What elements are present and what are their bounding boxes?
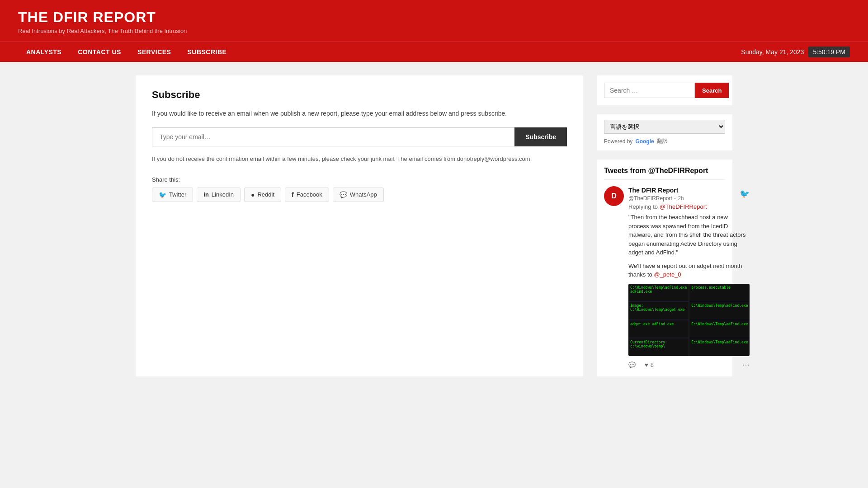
- tweet-replying: Replying to @TheDFIRReport: [628, 203, 750, 210]
- share-whatsapp[interactable]: 💬 WhatsApp: [333, 188, 384, 202]
- tweet-avatar: D: [604, 186, 624, 206]
- subscribe-button[interactable]: Subscribe: [514, 127, 567, 146]
- tweet-img-left: C:\Windows\Temp\adFind.exe adFind.exe Im…: [628, 284, 689, 356]
- nav-services[interactable]: SERVICES: [129, 42, 179, 62]
- share-facebook[interactable]: f Facebook: [285, 188, 329, 202]
- tweet-text-secondary: We'll have a report out on adget next mo…: [628, 262, 750, 279]
- page-heading: Subscribe: [152, 89, 567, 101]
- tweet-more-action[interactable]: ⋯: [742, 361, 750, 369]
- whatsapp-icon: 💬: [340, 191, 347, 198]
- nav-time: 5:50:19 PM: [808, 47, 850, 57]
- tweet-mention[interactable]: @_pete_0: [654, 271, 681, 278]
- translate-select[interactable]: 言語を選択 English 日本語 Español Français Deuts…: [604, 120, 725, 134]
- linkedin-icon: in: [203, 191, 209, 198]
- confirm-note: If you do not receive the confirmation e…: [152, 155, 567, 164]
- tweet-item: D The DFIR Report @TheDFIRReport · 2h 🐦 …: [604, 186, 725, 369]
- share-linkedin[interactable]: in LinkedIn: [197, 188, 241, 202]
- tweet-img-row-6: C:\Windows\Temp\adFind.exe: [689, 302, 750, 319]
- main-content: Subscribe If you would like to receive a…: [136, 75, 583, 376]
- tweet-img-row-1: C:\Windows\Temp\adFind.exe adFind.exe: [628, 284, 689, 301]
- tweet-author-name: The DFIR Report: [628, 187, 678, 194]
- tweet-actions: 💬 ♥ 8 ⋯: [628, 361, 750, 369]
- powered-by-text: Powered by: [604, 138, 632, 145]
- tweet-img-row-7: C:\Windows\Temp\adFind.exe: [689, 320, 750, 338]
- tweet-text-main: "Then from the beachhead host a new proc…: [628, 213, 750, 257]
- search-input[interactable]: [604, 83, 695, 98]
- translate-widget: 言語を選択 English 日本語 Español Français Deuts…: [597, 114, 732, 150]
- share-twitter[interactable]: 🐦 Twitter: [152, 188, 193, 202]
- site-header: THE DFIR REPORT Real Intrusions by Real …: [0, 0, 868, 42]
- sidebar: Search 言語を選択 English 日本語 Español Françai…: [597, 75, 732, 376]
- tweet-author-info: The DFIR Report @TheDFIRReport · 2h: [628, 186, 684, 202]
- twitter-bird-icon: 🐦: [740, 189, 750, 199]
- powered-by: Powered by Google 翻訳: [604, 137, 725, 145]
- site-tagline: Real Intrusions by Real Attackers, The T…: [18, 28, 850, 34]
- share-facebook-label: Facebook: [297, 191, 322, 198]
- tweet-like-count: 8: [651, 361, 654, 368]
- share-reddit[interactable]: ● Reddit: [244, 188, 281, 202]
- search-button[interactable]: Search: [695, 83, 729, 98]
- facebook-icon: f: [292, 191, 294, 198]
- nav-subscribe[interactable]: SUBSCRIBE: [179, 42, 235, 62]
- subscribe-form: Subscribe: [152, 127, 567, 146]
- google-logo: Google: [635, 138, 654, 145]
- tweet-body: The DFIR Report @TheDFIRReport · 2h 🐦 Re…: [628, 186, 750, 369]
- page-wrapper: Subscribe If you would like to receive a…: [118, 75, 750, 376]
- tweet-img-row-2: Image: C:\Windows\Temp\adget.exe: [628, 302, 689, 319]
- share-twitter-label: Twitter: [169, 191, 186, 198]
- tweet-header: The DFIR Report @TheDFIRReport · 2h 🐦: [628, 186, 750, 202]
- share-label: Share this:: [152, 176, 567, 183]
- tweet-img-row-4: CurrentDirectory: c:\windows\temp\: [628, 338, 689, 356]
- share-reddit-label: Reddit: [257, 191, 274, 198]
- reply-icon: 💬: [628, 361, 636, 368]
- nav-right: Sunday, May 21, 2023 5:50:19 PM: [741, 47, 850, 57]
- email-input[interactable]: [152, 127, 514, 146]
- translate-label: 翻訳: [657, 137, 668, 145]
- tweet-image: C:\Windows\Temp\adFind.exe adFind.exe Im…: [628, 284, 750, 356]
- subscribe-description: If you would like to receive an email wh…: [152, 109, 567, 118]
- search-form: Search: [604, 83, 725, 98]
- tweet-like-action[interactable]: ♥ 8: [645, 361, 654, 368]
- reddit-icon: ●: [251, 191, 255, 198]
- twitter-icon: 🐦: [159, 191, 166, 198]
- nav-contact[interactable]: CONTACT US: [70, 42, 129, 62]
- tweet-time: 2h: [678, 195, 684, 202]
- twitter-feed-title: Tweets from @TheDFIRReport: [604, 167, 725, 180]
- tweet-img-row-3: adget.exe adFind.exe: [628, 320, 689, 338]
- tweet-img-row-8: C:\Windows\Temp\adFind.exe: [689, 338, 750, 356]
- twitter-widget: Tweets from @TheDFIRReport D The DFIR Re…: [597, 160, 732, 376]
- tweet-img-right: process.executable C:\Windows\Temp\adFin…: [689, 284, 750, 356]
- share-buttons: 🐦 Twitter in LinkedIn ● Reddit f Faceboo…: [152, 188, 567, 202]
- nav-date: Sunday, May 21, 2023: [741, 48, 804, 56]
- tweet-text-part2: We'll have a report out on adget next mo…: [628, 263, 742, 278]
- tweet-author-handle: @TheDFIRReport: [628, 195, 672, 202]
- site-title: THE DFIR REPORT: [18, 9, 850, 26]
- tweet-img-row-5: process.executable: [689, 284, 750, 301]
- heart-icon: ♥: [645, 361, 648, 368]
- share-whatsapp-label: WhatsApp: [350, 191, 377, 198]
- tweet-replying-link[interactable]: @TheDFIRReport: [660, 203, 707, 210]
- nav-links: ANALYSTS CONTACT US SERVICES SUBSCRIBE: [18, 42, 235, 62]
- site-nav: ANALYSTS CONTACT US SERVICES SUBSCRIBE S…: [0, 42, 868, 62]
- nav-analysts[interactable]: ANALYSTS: [18, 42, 70, 62]
- search-widget: Search: [597, 75, 732, 105]
- share-linkedin-label: LinkedIn: [212, 191, 234, 198]
- tweet-reply-action[interactable]: 💬: [628, 361, 636, 368]
